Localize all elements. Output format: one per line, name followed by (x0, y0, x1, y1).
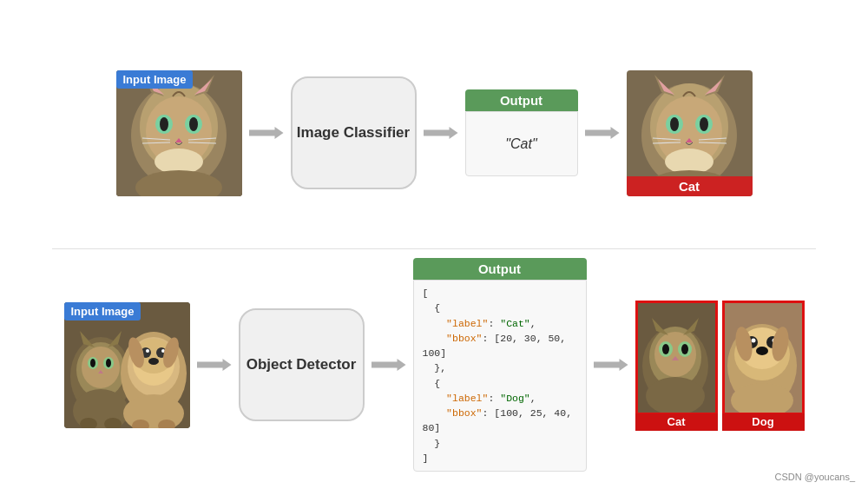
row2-arrow1-shape (197, 359, 232, 371)
row2-output-header: Output (413, 258, 587, 280)
row1-arrow1-shape (249, 127, 284, 139)
row1-output-body: "Cat" (465, 111, 578, 176)
row2-arrow1 (197, 359, 232, 371)
row2-dog-red-border (722, 301, 805, 415)
row2-output-code: [ { "label": "Cat", "bbox": [20, 30, 50,… (413, 280, 587, 472)
row1-output-box: Output "Cat" (465, 89, 578, 176)
row2-dog-name-tag: Dog (722, 413, 805, 431)
row1-classifier: Input Image (35, 17, 833, 248)
row2-arrow2-shape (372, 359, 406, 371)
row2-arrow3 (594, 359, 628, 371)
svg-point-61 (148, 358, 159, 365)
row1-cat-face-decoration (116, 70, 242, 196)
row2-process-box: Object Detector (239, 308, 365, 421)
row2-input-svg (64, 302, 190, 428)
row1-result-cat-img: Cat (627, 70, 753, 196)
svg-point-42 (82, 347, 120, 388)
row2-detector: Input Image (35, 249, 833, 480)
row2-cat-red-border (635, 301, 718, 415)
row1-process-box: Image Classifier (291, 76, 417, 189)
row1-process-label: Image Classifier (297, 123, 410, 142)
row2-input-img (64, 302, 190, 428)
row2-result-images: Cat Dog (635, 298, 805, 433)
row2-result-cat-slot: Cat (635, 301, 718, 431)
row1-cat-image (116, 70, 242, 196)
row2-arrow2 (372, 359, 406, 371)
row1-output-header: Output (465, 89, 578, 111)
svg-point-58 (146, 349, 149, 353)
watermark: CSDN @youcans_ (775, 472, 855, 482)
svg-point-46 (106, 359, 111, 367)
row2-input-image-box: Input Image (64, 302, 190, 428)
row1-output-value: "Cat" (505, 136, 536, 152)
row1-arrow3-shape (585, 127, 620, 139)
row1-arrow1 (249, 127, 284, 139)
svg-point-44 (90, 359, 95, 367)
row1-arrow3 (585, 127, 620, 139)
svg-point-24 (670, 117, 679, 131)
row2-result-dog-slot: Dog (722, 301, 805, 431)
row1-result-image: Cat (627, 70, 753, 196)
row2-process-label: Object Detector (247, 355, 357, 374)
diagram-container: Input Image (0, 0, 868, 489)
row1-arrow2 (424, 127, 458, 139)
row2-arrow3-shape (594, 359, 628, 371)
svg-point-26 (700, 117, 708, 131)
row1-cat-svg (116, 70, 242, 196)
svg-point-5 (160, 117, 168, 131)
row1-input-image-box: Input Image (116, 70, 242, 196)
row1-arrow2-shape (424, 127, 458, 139)
row1-result-label: Cat (627, 176, 753, 196)
row2-input-label: Input Image (64, 302, 141, 320)
row1-input-label: Input Image (116, 70, 194, 89)
row2-cat-name-tag: Cat (635, 413, 718, 431)
svg-point-7 (189, 117, 198, 131)
row2-output-box: Output [ { "label": "Cat", "bbox": [20, … (413, 258, 587, 472)
